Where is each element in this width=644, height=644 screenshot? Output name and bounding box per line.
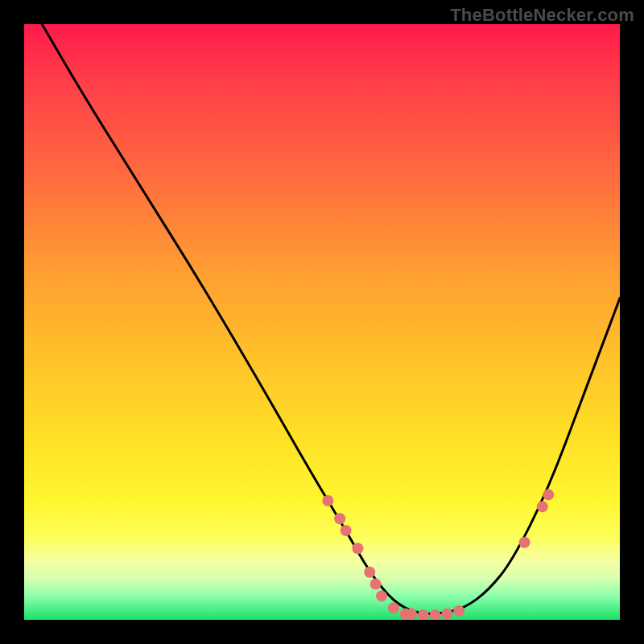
plot-area — [24, 24, 620, 620]
curve-marker-dot — [376, 590, 387, 601]
chart-stage: TheBottleNecker.com — [0, 0, 644, 644]
curve-markers-group — [322, 489, 554, 620]
curve-marker-dot — [453, 605, 464, 617]
curve-marker-dot — [370, 579, 382, 590]
curve-marker-dot — [406, 609, 417, 620]
bottleneck-curve-svg — [24, 24, 620, 620]
bottleneck-curve-path — [42, 24, 620, 614]
watermark-text: TheBottleNecker.com — [450, 5, 634, 26]
curve-marker-dot — [537, 501, 548, 512]
curve-marker-dot — [364, 567, 375, 578]
curve-marker-dot — [441, 609, 452, 620]
curve-marker-dot — [543, 489, 554, 501]
curve-marker-dot — [334, 513, 345, 524]
curve-marker-dot — [519, 537, 530, 548]
curve-marker-dot — [418, 609, 429, 620]
curve-marker-dot — [388, 602, 399, 613]
curve-marker-dot — [322, 495, 333, 506]
curve-marker-dot — [430, 609, 441, 620]
curve-marker-dot — [352, 543, 363, 554]
curve-marker-dot — [341, 525, 352, 536]
